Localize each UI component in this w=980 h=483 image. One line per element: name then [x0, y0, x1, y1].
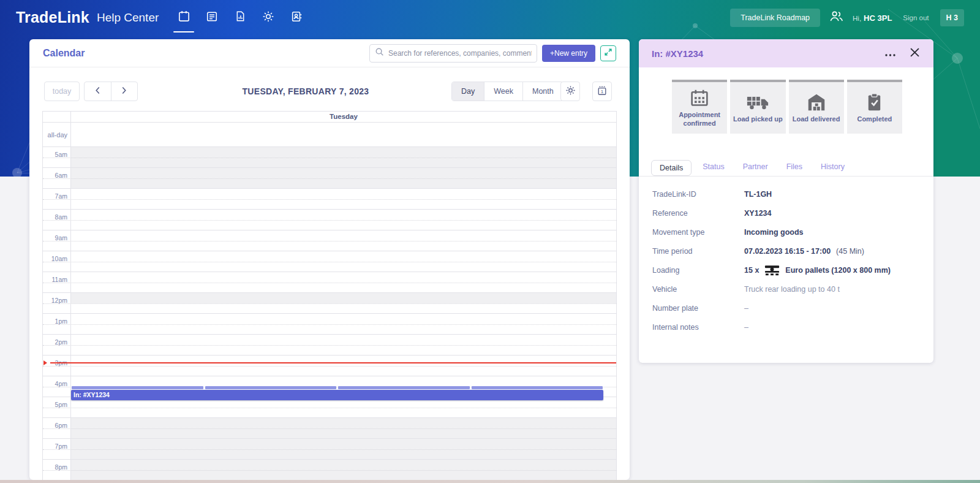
- detail-fields: TradeLink-ID TL-1GH Reference XY1234 Mov…: [652, 189, 922, 341]
- org-badge[interactable]: H 3: [940, 9, 964, 26]
- roadmap-button[interactable]: TradeLink Roadmap: [730, 9, 820, 27]
- step-label: Load delivered: [791, 113, 842, 126]
- hour-row: 6pm: [43, 418, 616, 439]
- search-input[interactable]: [388, 49, 532, 58]
- new-entry-button[interactable]: +New entry: [542, 45, 595, 62]
- field-label: Number plate: [652, 304, 744, 313]
- users-icon: [829, 9, 844, 26]
- panel-header: In: #XY1234: [639, 39, 933, 67]
- nav-overview-tab[interactable]: [200, 5, 224, 31]
- chevron-left-icon: [95, 86, 100, 97]
- step-completed[interactable]: Completed: [847, 80, 902, 134]
- close-panel-button[interactable]: [909, 47, 921, 60]
- hour-row: 10am: [43, 251, 616, 272]
- view-month-button[interactable]: Month: [522, 82, 563, 101]
- calendar-settings-button[interactable]: [560, 82, 580, 101]
- field-value: Incoming goods: [744, 228, 804, 237]
- time-slot[interactable]: [71, 418, 616, 438]
- navbar-right: TradeLink Roadmap Hi,HC 3PL Sign out H 3: [730, 9, 964, 27]
- expand-calendar-button[interactable]: [600, 45, 616, 61]
- time-period-duration: (45 Min): [836, 247, 864, 256]
- view-week-button[interactable]: Week: [484, 82, 522, 101]
- current-time-indicator: [43, 360, 616, 365]
- time-label: 7am: [55, 192, 67, 200]
- calendar-toolbar: today TUESDAY, FEBRUARY 7, 2023 Day Week…: [43, 82, 616, 101]
- time-slot[interactable]: [71, 168, 616, 188]
- calendar-card-header: Calendar +New entry: [29, 39, 630, 67]
- all-day-slot[interactable]: [71, 123, 616, 146]
- tab-status[interactable]: Status: [695, 159, 731, 175]
- tab-history[interactable]: History: [813, 159, 852, 175]
- time-slot[interactable]: [71, 230, 616, 251]
- hour-row: 5am: [43, 147, 616, 168]
- calendar-grid: Tuesday all-day In: #XY1234 5am: [42, 111, 617, 480]
- time-label: 4pm: [55, 380, 67, 387]
- time-slot[interactable]: [71, 272, 616, 292]
- time-slot[interactable]: [71, 189, 616, 209]
- time-slot[interactable]: [71, 439, 616, 459]
- now-arrow-icon: [43, 360, 47, 365]
- day-column-header: Tuesday: [71, 112, 616, 122]
- nav-icon-group: [172, 5, 308, 31]
- time-label: 6pm: [55, 422, 67, 429]
- hour-row: 7am: [43, 189, 616, 210]
- prev-day-button[interactable]: [85, 82, 111, 101]
- app-name: Help Center: [97, 11, 159, 25]
- all-day-row: all-day: [43, 123, 616, 147]
- status-steps: Appointment confirmed Load picked up: [672, 80, 902, 134]
- today-button[interactable]: today: [44, 82, 80, 101]
- step-label: Load picked up: [731, 113, 785, 126]
- nav-reports-tab[interactable]: [228, 5, 252, 31]
- view-switch: Day Week Month: [451, 82, 564, 101]
- grid-header-row: Tuesday: [43, 112, 616, 123]
- clipboard-check-icon: [867, 91, 882, 113]
- field-label: Reference: [652, 209, 744, 218]
- step-load-delivered[interactable]: Load delivered: [789, 80, 844, 134]
- step-appointment-confirmed[interactable]: Appointment confirmed: [672, 80, 727, 134]
- gear-icon: [565, 85, 576, 97]
- field-value: –: [744, 323, 748, 332]
- time-slot[interactable]: [71, 251, 616, 272]
- time-label: 8pm: [55, 463, 67, 471]
- tab-files[interactable]: Files: [779, 159, 810, 175]
- single-day-button[interactable]: 1: [592, 82, 612, 101]
- view-day-button[interactable]: Day: [452, 82, 484, 101]
- step-load-picked-up[interactable]: Load picked up: [730, 80, 785, 134]
- time-slot[interactable]: [71, 314, 616, 334]
- axis-header-cell: [43, 112, 71, 122]
- time-slot[interactable]: [71, 460, 616, 480]
- tab-partner[interactable]: Partner: [736, 159, 775, 175]
- calendar-event[interactable]: In: #XY1234: [71, 386, 603, 400]
- greeting-prefix: Hi,: [853, 15, 861, 22]
- hour-row: 7pm: [43, 439, 616, 460]
- tab-details[interactable]: Details: [651, 160, 692, 176]
- top-navbar: TradeLink Help Center: [0, 0, 980, 35]
- time-label: 10am: [51, 255, 67, 262]
- time-label: 8am: [55, 213, 67, 221]
- field-label: Vehicle: [652, 285, 744, 294]
- more-options-button[interactable]: [884, 48, 897, 59]
- next-day-button[interactable]: [111, 82, 138, 101]
- time-slot[interactable]: [71, 335, 616, 355]
- time-slot[interactable]: [71, 356, 616, 376]
- field-value: –: [744, 304, 748, 313]
- time-period-value: 07.02.2023 16:15 - 17:00: [744, 247, 831, 256]
- field-movement-type: Movement type Incoming goods: [652, 227, 922, 238]
- step-label: Appointment confirmed: [672, 109, 727, 131]
- nav-calendar-tab[interactable]: [172, 5, 195, 31]
- time-slot[interactable]: [71, 293, 616, 313]
- step-label: Completed: [855, 113, 894, 126]
- field-reference: Reference XY1234: [652, 208, 922, 219]
- nav-settings-tab[interactable]: [257, 5, 280, 31]
- field-value: Truck rear loading up to 40 t: [744, 285, 840, 294]
- truck-icon: [746, 91, 769, 113]
- calendar-icon: [178, 10, 190, 25]
- field-vehicle: Vehicle Truck rear loading up to 40 t: [652, 284, 922, 295]
- hour-row: 2pm: [43, 335, 616, 356]
- time-slot[interactable]: [71, 147, 616, 167]
- calendar-step-icon: [690, 87, 709, 109]
- nav-contacts-tab[interactable]: [285, 5, 308, 31]
- sign-out-link[interactable]: Sign out: [903, 14, 929, 21]
- field-label: Loading: [652, 266, 744, 275]
- time-slot[interactable]: [71, 210, 616, 230]
